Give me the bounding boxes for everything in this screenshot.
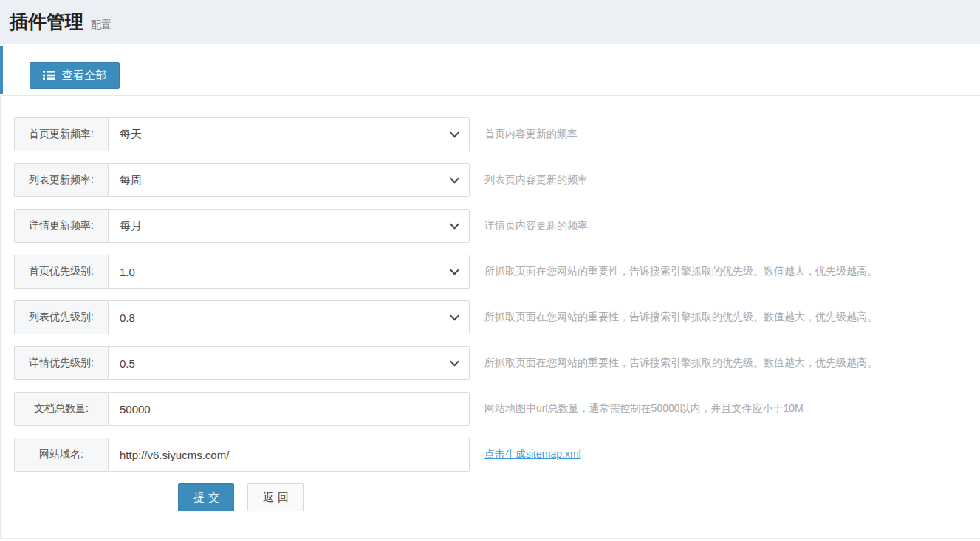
home-update-frequency-select[interactable]	[108, 117, 470, 151]
home-update-frequency-label: 首页更新频率:	[14, 117, 108, 151]
form-row-list-priority: 列表优先级别: 所抓取页面在您网站的重要性，告诉搜索引擎抓取的优先级。数值越大，…	[14, 300, 980, 334]
home-priority-label: 首页优先级别:	[14, 255, 108, 289]
page-subtitle: 配置	[91, 18, 112, 32]
list-priority-select-value[interactable]	[109, 301, 469, 334]
form-rows: 首页更新频率: 首页内容更新的频率 列表更新频率: 列表页内容更新的频率 详情更…	[14, 117, 980, 472]
button-row: 提交 返回	[178, 483, 980, 511]
form-row-detail-priority: 详情优先级别: 所抓取页面在您网站的重要性，告诉搜索引擎抓取的优先级。数值越大，…	[14, 346, 980, 380]
detail-priority-label: 详情优先级别:	[14, 346, 108, 380]
submit-button[interactable]: 提交	[178, 483, 234, 511]
form-row-document-total: 文档总数量: 网站地图中url总数量，通常需控制在50000以内，并且文件应小于…	[14, 392, 980, 426]
home-priority-hint: 所抓取页面在您网站的重要性，告诉搜索引擎抓取的优先级。数值越大，优先级越高。	[484, 255, 877, 289]
detail-priority-select[interactable]	[108, 346, 470, 380]
content-header: 插件管理 配置	[0, 0, 980, 44]
toolbar: 查看全部	[0, 46, 980, 94]
document-total-input-wrap[interactable]	[108, 392, 470, 426]
list-priority-label: 列表优先级别:	[14, 300, 108, 334]
site-domain-input[interactable]	[109, 438, 469, 471]
form-row-site-domain: 网站域名: 点击生成sitemap.xml	[14, 438, 980, 472]
document-total-hint: 网站地图中url总数量，通常需控制在50000以内，并且文件应小于10M	[484, 392, 803, 426]
detail-update-frequency-select-value[interactable]	[109, 210, 469, 242]
detail-update-frequency-select[interactable]	[108, 209, 470, 243]
form-row-list-update-frequency: 列表更新频率: 列表页内容更新的频率	[14, 163, 980, 197]
site-domain-input-wrap[interactable]	[108, 438, 470, 472]
form-row-home-update-frequency: 首页更新频率: 首页内容更新的频率	[14, 117, 980, 151]
detail-update-frequency-label: 详情更新频率:	[14, 209, 108, 243]
list-update-frequency-select-value[interactable]	[109, 164, 469, 196]
back-button[interactable]: 返回	[247, 483, 304, 511]
list-priority-hint: 所抓取页面在您网站的重要性，告诉搜索引擎抓取的优先级。数值越大，优先级越高。	[484, 300, 877, 334]
detail-priority-hint: 所抓取页面在您网站的重要性，告诉搜索引擎抓取的优先级。数值越大，优先级越高。	[484, 346, 877, 380]
form-row-detail-update-frequency: 详情更新频率: 详情页内容更新的频率	[14, 209, 980, 243]
list-update-frequency-select[interactable]	[108, 163, 470, 197]
site-domain-label: 网站域名:	[14, 438, 108, 472]
page-title: 插件管理	[10, 10, 83, 34]
document-total-input[interactable]	[109, 393, 469, 425]
detail-update-frequency-hint: 详情页内容更新的频率	[484, 209, 588, 243]
list-update-frequency-hint: 列表页内容更新的频率	[484, 163, 588, 197]
detail-priority-select-value[interactable]	[109, 347, 469, 379]
list-priority-select[interactable]	[108, 300, 470, 334]
config-form: 首页更新频率: 首页内容更新的频率 列表更新频率: 列表页内容更新的频率 详情更…	[0, 95, 980, 539]
list-icon	[43, 70, 55, 80]
home-update-frequency-hint: 首页内容更新的频率	[484, 117, 578, 151]
home-priority-select-value[interactable]	[109, 255, 469, 288]
form-row-home-priority: 首页优先级别: 所抓取页面在您网站的重要性，告诉搜索引擎抓取的优先级。数值越大，…	[14, 255, 980, 289]
list-update-frequency-label: 列表更新频率:	[14, 163, 108, 197]
view-all-label: 查看全部	[62, 69, 106, 83]
home-priority-select[interactable]	[108, 255, 470, 289]
view-all-button[interactable]: 查看全部	[30, 62, 120, 89]
generate-sitemap-link[interactable]: 点击生成sitemap.xml	[484, 438, 581, 472]
document-total-label: 文档总数量:	[14, 392, 108, 426]
home-update-frequency-select-value[interactable]	[109, 118, 469, 151]
